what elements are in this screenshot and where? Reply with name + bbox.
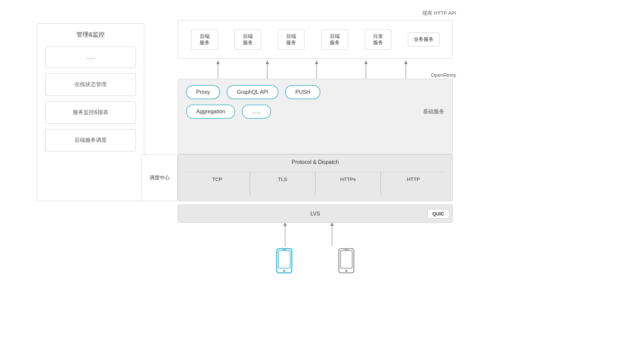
backend-service-3: 后端服务 bbox=[278, 29, 305, 50]
svg-marker-7 bbox=[364, 60, 368, 64]
protocol-section: Protocol & Dispatch TCP TLS HTTPs HTTP bbox=[178, 154, 453, 201]
svg-point-16 bbox=[283, 270, 285, 272]
left-management-panel: 管理&监控 ...... 在线状态管理 服务监控&报表 后端服务调度 bbox=[37, 23, 144, 201]
backend-dispatch-box: 后端服务调度 bbox=[45, 129, 136, 152]
existing-api-label: 现有 HTTP API bbox=[422, 10, 456, 16]
phone-1-svg bbox=[275, 248, 293, 275]
openresty-row-1: Proxy GraphQL API PUSH bbox=[186, 85, 444, 99]
dispatch-center-label: 调度中心 bbox=[150, 175, 170, 181]
phone-2-svg bbox=[337, 248, 356, 275]
protocol-https: HTTPs bbox=[316, 172, 380, 195]
dots-btn: ...... bbox=[242, 105, 271, 119]
protocol-tls: TLS bbox=[250, 172, 315, 195]
left-panel-title: 管理&监控 bbox=[76, 31, 105, 39]
svg-rect-19 bbox=[339, 249, 354, 273]
backend-service-4: 后端服务 bbox=[321, 29, 348, 50]
device-phone-1 bbox=[275, 248, 293, 276]
online-status-box: 在线状态管理 bbox=[45, 73, 136, 96]
protocol-http: HTTP bbox=[381, 172, 446, 195]
svg-rect-14 bbox=[277, 249, 292, 273]
monitor-report-box: 服务监控&报表 bbox=[45, 101, 136, 124]
business-service: 业务服务 bbox=[408, 33, 439, 46]
dispatch-center-box: 调度中心 bbox=[142, 154, 178, 201]
graphql-btn: GraphQL API bbox=[227, 85, 279, 99]
up-arrows-svg bbox=[178, 59, 453, 80]
devices-row bbox=[178, 248, 453, 276]
dots-box: ...... bbox=[45, 47, 136, 68]
svg-marker-9 bbox=[404, 60, 408, 64]
backend-service-1: 后端服务 bbox=[191, 29, 218, 50]
jichufuwu-label: 基础服务 bbox=[423, 108, 444, 115]
device-phone-2 bbox=[337, 248, 356, 276]
svg-rect-15 bbox=[278, 251, 290, 268]
svg-marker-3 bbox=[266, 60, 269, 64]
svg-point-21 bbox=[345, 270, 347, 272]
aggregation-btn: Aggregation bbox=[186, 105, 235, 119]
push-btn: PUSH bbox=[285, 85, 320, 99]
proxy-btn: Proxy bbox=[186, 85, 220, 99]
protocol-tcp: TCP bbox=[185, 172, 250, 195]
quic-box: QUIC bbox=[427, 209, 449, 219]
backend-service-2: 后端服务 bbox=[234, 29, 261, 50]
dispatch-service: 分发服务 bbox=[365, 29, 391, 50]
protocol-title: Protocol & Dispatch bbox=[178, 159, 452, 165]
device-arrows-svg bbox=[178, 221, 453, 248]
protocol-row: TCP TLS HTTPs HTTP bbox=[178, 172, 452, 195]
svg-marker-5 bbox=[315, 60, 318, 64]
quic-label: QUIC bbox=[432, 211, 444, 217]
openresty-box: Proxy GraphQL API PUSH Aggregation .....… bbox=[178, 79, 453, 154]
lvs-label: LVS bbox=[310, 211, 320, 217]
lvs-row: LVS QUIC bbox=[178, 204, 453, 223]
openresty-label: OpenResty bbox=[431, 72, 456, 78]
svg-rect-20 bbox=[340, 251, 352, 268]
openresty-row-2: Aggregation ...... 基础服务 bbox=[186, 105, 444, 119]
svg-marker-1 bbox=[216, 60, 220, 64]
http-api-row: 后端服务 后端服务 后端服务 后端服务 分发服务 业务服务 bbox=[178, 20, 453, 59]
